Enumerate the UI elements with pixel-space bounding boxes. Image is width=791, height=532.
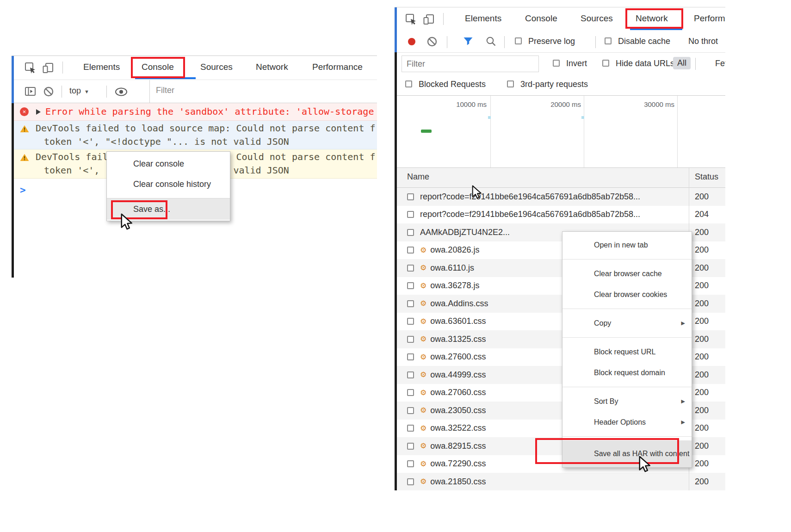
live-expression-eye-icon[interactable] (115, 87, 128, 98)
row-checkbox[interactable] (407, 211, 414, 218)
console-prompt-chevron[interactable]: > (20, 185, 26, 196)
menu-item-header-options[interactable]: Header Options▶ (562, 412, 692, 433)
menu-item-label: Clear browser cache (594, 270, 662, 278)
file-gear-icon: ⚙ (420, 264, 426, 272)
invert-label: Invert (566, 59, 587, 68)
tab-network[interactable]: Network (256, 62, 288, 72)
menu-item-sort-by[interactable]: Sort By▶ (562, 391, 692, 412)
row-checkbox[interactable] (407, 265, 414, 272)
request-name: owa.32522.css (430, 423, 486, 433)
inspect-element-icon[interactable] (25, 62, 37, 76)
menu-item-open-in-new-tab[interactable]: Open in new tab (562, 235, 692, 255)
inspect-element-icon[interactable] (405, 13, 417, 27)
network-overview-timeline[interactable]: 10000 ms 20000 ms 30000 ms (397, 95, 725, 168)
tab-sources[interactable]: Sources (581, 13, 613, 24)
tab-console[interactable]: Console (525, 13, 557, 24)
menu-separator (562, 337, 692, 338)
tab-network[interactable]: Network (636, 13, 668, 24)
menu-separator (562, 436, 692, 437)
console-sidebar-icon[interactable] (25, 86, 37, 99)
menu-item-label: Copy (594, 319, 611, 327)
network-request-row[interactable]: ⚙owa.21850.css200 (397, 473, 725, 490)
third-party-checkbox[interactable] (507, 80, 514, 87)
context-selector[interactable]: top▼ (69, 86, 89, 96)
device-toolbar-icon[interactable] (423, 13, 435, 27)
menu-item-block-request-url[interactable]: Block request URL (562, 341, 692, 362)
row-checkbox[interactable] (407, 460, 414, 467)
row-checkbox[interactable] (407, 371, 414, 378)
menu-item-clear-console[interactable]: Clear console (107, 154, 230, 174)
menu-item-clear-browser-cache[interactable]: Clear browser cache (562, 263, 692, 284)
preserve-log-label: Preserve log (528, 37, 575, 46)
row-checkbox[interactable] (407, 229, 414, 236)
blocked-requests-checkbox[interactable] (405, 80, 412, 87)
column-header-name[interactable]: Name (407, 172, 429, 182)
console-error-message[interactable]: × Error while parsing the 'sandbox' attr… (14, 103, 377, 121)
search-icon[interactable] (486, 36, 496, 49)
file-gear-icon: ⚙ (420, 247, 426, 254)
disable-cache-checkbox[interactable] (605, 37, 612, 44)
device-toolbar-icon[interactable] (42, 62, 54, 76)
timeline-activity-bar (421, 130, 432, 133)
console-warning-message[interactable]: DevTools failed to load source map: Coul… (14, 121, 377, 149)
tab-console[interactable]: Console (142, 62, 174, 72)
row-checkbox[interactable] (407, 193, 414, 200)
menu-item-save-all-as-har-with-content[interactable]: Save all as HAR with content (562, 440, 692, 467)
tab-performance[interactable]: Perform (694, 13, 725, 24)
tab-sources[interactable]: Sources (200, 62, 233, 72)
menu-item-clear-browser-cookies[interactable]: Clear browser cookies (562, 284, 692, 305)
clear-console-icon[interactable] (43, 86, 54, 99)
filter-type-all[interactable]: All (673, 57, 691, 69)
submenu-arrow-icon: ▶ (681, 313, 685, 334)
menu-separator (562, 309, 692, 309)
row-checkbox[interactable] (407, 407, 414, 414)
request-name: AAMkADBjZTU4N2E2... (420, 228, 510, 237)
menu-item-block-request-domain[interactable]: Block request domain (562, 362, 692, 383)
throttling-select[interactable]: No throt (688, 37, 718, 46)
row-checkbox[interactable] (407, 336, 414, 343)
menu-item-clear-console-history[interactable]: Clear console history (107, 174, 230, 194)
tab-performance[interactable]: Performance (312, 62, 363, 72)
row-checkbox[interactable] (407, 318, 414, 325)
expand-arrow-icon[interactable] (36, 109, 41, 115)
menu-item-copy[interactable]: Copy▶ (562, 313, 692, 334)
console-filter-input[interactable]: Filter (156, 86, 174, 95)
network-context-menu: Open in new tabClear browser cacheClear … (562, 231, 692, 468)
file-gear-icon: ⚙ (420, 282, 426, 290)
network-request-row[interactable]: report?code=f29141bbe6e1964ca567691a6db8… (397, 206, 725, 224)
toolbar-separator (447, 36, 447, 48)
filter-funnel-icon[interactable] (463, 37, 473, 48)
row-checkbox[interactable] (407, 443, 414, 450)
file-gear-icon: ⚙ (420, 335, 426, 343)
file-gear-icon: ⚙ (420, 407, 426, 414)
row-checkbox[interactable] (407, 425, 414, 432)
row-checkbox[interactable] (407, 282, 414, 289)
row-checkbox[interactable] (407, 300, 414, 307)
console-context-menu: Clear console Clear console history Save… (106, 151, 230, 221)
row-checkbox[interactable] (407, 478, 414, 485)
blocked-requests-label: Blocked Requests (419, 80, 486, 89)
timeline-gridline (677, 96, 678, 167)
row-checkbox[interactable] (407, 353, 414, 360)
preserve-log-checkbox[interactable] (515, 37, 522, 44)
row-checkbox[interactable] (407, 247, 414, 254)
request-filter-row: Blocked Requests 3rd-party requests (397, 75, 725, 95)
toolbar-separator (62, 62, 63, 74)
hide-data-urls-checkbox[interactable] (602, 60, 609, 67)
network-request-row[interactable]: report?code=f29141bbe6e1964ca567691a6db8… (397, 188, 725, 206)
third-party-label: 3rd-party requests (520, 80, 588, 89)
request-name: owa.20826.js (430, 245, 479, 255)
clear-requests-icon[interactable] (426, 36, 438, 49)
filter-type-fetch[interactable]: Fet (715, 59, 725, 68)
record-icon[interactable] (408, 38, 415, 45)
invert-checkbox[interactable] (553, 60, 560, 67)
tab-elements[interactable]: Elements (83, 62, 120, 72)
menu-item-label: Clear browser cookies (594, 291, 667, 298)
warning-icon (20, 124, 29, 135)
network-filter-input[interactable] (402, 56, 539, 72)
tab-elements[interactable]: Elements (465, 13, 501, 24)
file-gear-icon: ⚙ (420, 478, 426, 485)
row-checkbox[interactable] (407, 389, 414, 396)
column-header-status[interactable]: Status (695, 172, 718, 182)
request-name: owa.44999.css (430, 370, 486, 380)
